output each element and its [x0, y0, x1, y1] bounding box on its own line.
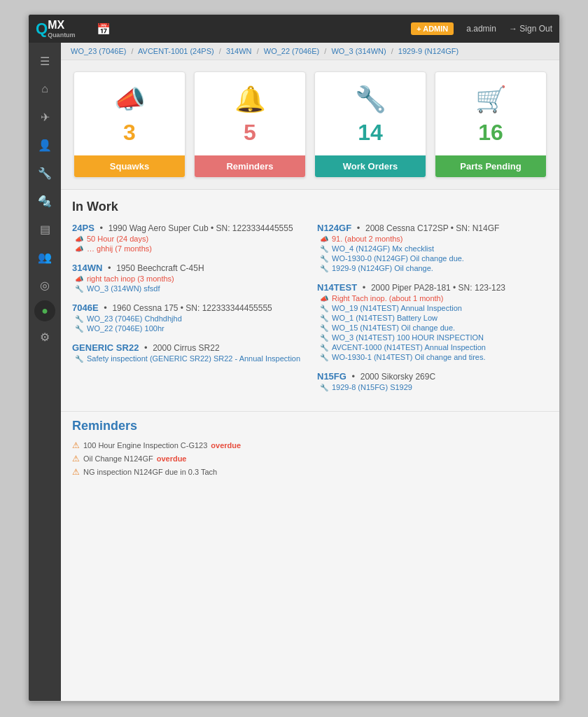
sidebar-item-config[interactable]: ⚙: [32, 324, 57, 349]
reminder-text: NG inspection N124GF due in 0.3 Tach: [83, 468, 217, 476]
breadcrumb-item-6[interactable]: 1929-9 (N124GF): [398, 47, 458, 55]
sign-out-button[interactable]: → Sign Out: [509, 24, 552, 34]
work-item-text: WO_4 (N124GF) Mx checklist: [332, 244, 434, 253]
wrench-icon: 🔧: [320, 354, 328, 361]
work-item[interactable]: 📣 50 Hour (24 days): [75, 235, 303, 243]
wrench-icon: 🔧: [320, 255, 328, 263]
aircraft-n124gf-name[interactable]: N124GF • 2008 Cessna C172SP • SN: N14GF: [317, 223, 548, 233]
warning-icon: ⚠: [72, 467, 80, 477]
aircraft-n15fg-desc: 2000 Sikorsky 269C: [360, 372, 435, 382]
work-item[interactable]: 🔧 WO_1 (N14TEST) Battery Low: [320, 314, 548, 322]
sidebar-item-home[interactable]: ⌂: [32, 76, 57, 102]
aircraft-n14test-name[interactable]: N14TEST • 2000 Piper PA28-181 • SN: 123-…: [317, 282, 548, 293]
wrench-icon: 🔧: [320, 314, 328, 322]
reminder-item[interactable]: ⚠ 100 Hour Engine Inspection C-G123 over…: [72, 440, 548, 450]
top-navigation: Q MX Quantum 📅 + ADMIN a.admin → Sign Ou…: [29, 15, 559, 43]
admin-badge[interactable]: + ADMIN: [411, 22, 454, 35]
aircraft-n14test-desc: 2000 Piper PA28-181 • SN: 123-123: [371, 283, 505, 293]
breadcrumb-sep: /: [132, 47, 134, 55]
calendar-icon[interactable]: 📅: [97, 22, 111, 36]
sidebar-item-menu[interactable]: ☰: [32, 48, 57, 74]
squawks-card[interactable]: 📣 3 Squawks: [74, 71, 186, 178]
wrench-icon: 🔧: [320, 245, 328, 253]
work-item[interactable]: 🔧 WO_23 (7046E) Chdhdhjhd: [75, 314, 303, 323]
reminder-item[interactable]: ⚠ Oil Change N124GF overdue: [72, 454, 548, 464]
work-item[interactable]: 🔧 WO_15 (N14TEST) Oil change due.: [320, 323, 548, 332]
breadcrumb-item-2[interactable]: AVCENT-1001 (24PS): [138, 47, 214, 55]
aircraft-7046e: 7046E • 1960 Cessna 175 • SN: 1223333444…: [72, 302, 303, 333]
aircraft-7046e-name[interactable]: 7046E • 1960 Cessna 175 • SN: 1223333444…: [72, 302, 303, 313]
warning-icon: ⚠: [72, 440, 80, 450]
sidebar-item-crew[interactable]: 👥: [32, 244, 57, 270]
work-item[interactable]: 📣 … ghhij (7 months): [75, 244, 303, 253]
breadcrumb-item-3[interactable]: 314WN: [226, 47, 252, 55]
sidebar-item-tools[interactable]: 🔧: [32, 160, 57, 186]
aircraft-314wn: 314WN • 1950 Beechcraft C-45H 📣 right ta…: [72, 263, 303, 293]
work-item[interactable]: 🔧 WO-1930-0 (N124GF) Oil change due.: [320, 254, 548, 263]
reminders-icon: 🔔: [202, 85, 298, 114]
parts-card[interactable]: 🛒 16 Parts Pending: [435, 71, 547, 178]
sidebar-item-qmx[interactable]: ●: [34, 300, 55, 321]
wrench-icon: 🔧: [75, 325, 83, 333]
left-aircraft-column: 24PS • 1990 Wag Aero Super Cub • SN: 122…: [72, 223, 303, 401]
breadcrumb-sep: /: [391, 47, 393, 55]
reminders-label: Reminders: [195, 155, 305, 177]
work-item-text: Safety inspectiont (GENERIC SR22) SR22 -…: [87, 354, 300, 363]
logo-quantum: Quantum: [48, 32, 76, 39]
sidebar-item-aircraft[interactable]: ✈: [32, 104, 57, 130]
warning-icon: ⚠: [72, 454, 80, 464]
aircraft-24ps-name[interactable]: 24PS • 1990 Wag Aero Super Cub • SN: 122…: [72, 223, 303, 233]
work-item[interactable]: 🔧 1929-8 (N15FG) S1929: [320, 383, 548, 391]
breadcrumb-item-1[interactable]: WO_23 (7046E): [71, 47, 126, 55]
work-item[interactable]: 📣 91. (about 2 months): [320, 235, 548, 243]
work-item-text: WO_3 (N14TEST) 100 HOUR INSPECTION: [332, 333, 484, 342]
workorders-card-body: 🔧 14: [315, 72, 426, 155]
wrench-icon: 🔧: [75, 315, 83, 323]
wrench-icon: 🔧: [320, 265, 328, 272]
work-item[interactable]: 🔧 1929-9 (N124GF) Oil change.: [320, 264, 548, 272]
work-item-text: AVCENT-1000 (N14TEST) Annual Inspection: [332, 343, 486, 351]
squawk-icon: 📣: [320, 295, 328, 302]
work-item-text: 1929-9 (N124GF) Oil change.: [332, 264, 433, 272]
breadcrumb-item-4[interactable]: WO_22 (7046E): [264, 47, 319, 55]
breadcrumb-item-5[interactable]: WO_3 (314WN): [331, 47, 386, 55]
work-item-text: Right Tach inop. (about 1 month): [332, 294, 443, 302]
work-item[interactable]: 🔧 WO_19 (N14TEST) Annual Inspection: [320, 304, 548, 312]
work-item-text: WO_22 (7046E) 100hr: [87, 324, 164, 333]
wrench-icon: 🔧: [320, 384, 328, 391]
squawks-count: 3: [81, 120, 178, 146]
workorders-card[interactable]: 🔧 14 Work Orders: [314, 71, 426, 178]
sidebar-item-user[interactable]: 👤: [32, 132, 57, 158]
work-item-text: WO_19 (N14TEST) Annual Inspection: [332, 304, 462, 312]
breadcrumb-sep: /: [219, 47, 221, 55]
work-item[interactable]: 🔧 WO-1930-1 (N14TEST) Oil change and tir…: [320, 353, 548, 361]
reminder-item[interactable]: ⚠ NG inspection N124GF due in 0.3 Tach: [72, 467, 548, 477]
reminder-text: 100 Hour Engine Inspection C-G123: [83, 441, 207, 450]
work-item-text: WO_1 (N14TEST) Battery Low: [332, 314, 438, 322]
work-item[interactable]: 🔧 WO_3 (314WN) sfsdf: [75, 284, 303, 293]
aircraft-n15fg: N15FG • 2000 Sikorsky 269C 🔧 1929-8 (N15…: [317, 371, 548, 391]
work-item[interactable]: 🔧 AVCENT-1000 (N14TEST) Annual Inspectio…: [320, 343, 548, 351]
sidebar-item-maintenance[interactable]: 🔩: [32, 188, 57, 214]
work-item[interactable]: 🔧 WO_3 (N14TEST) 100 HOUR INSPECTION: [320, 333, 548, 342]
reminders-card-body: 🔔 5: [195, 72, 305, 155]
work-item[interactable]: 📣 right tach inop (3 months): [75, 274, 303, 283]
aircraft-24ps: 24PS • 1990 Wag Aero Super Cub • SN: 122…: [72, 223, 303, 253]
wrench-icon: 🔧: [75, 355, 83, 363]
work-item-text: WO_23 (7046E) Chdhdhjhd: [87, 314, 182, 323]
work-item[interactable]: 🔧 WO_22 (7046E) 100hr: [75, 324, 303, 333]
aircraft-n15fg-name[interactable]: N15FG • 2000 Sikorsky 269C: [317, 371, 548, 382]
main-content: WO_23 (7046E) / AVCENT-1001 (24PS) / 314…: [61, 43, 559, 701]
aircraft-314wn-name[interactable]: 314WN • 1950 Beechcraft C-45H: [72, 263, 303, 273]
aircraft-n14test: N14TEST • 2000 Piper PA28-181 • SN: 123-…: [317, 282, 548, 361]
work-item[interactable]: 🔧 WO_4 (N124GF) Mx checklist: [320, 244, 548, 253]
aircraft-generic-sr22-name[interactable]: GENERIC SR22 • 2000 Cirrus SR22: [72, 342, 303, 353]
work-item[interactable]: 🔧 Safety inspectiont (GENERIC SR22) SR22…: [75, 354, 303, 363]
parts-icon: 🛒: [442, 85, 539, 114]
overdue-badge: overdue: [157, 454, 187, 463]
work-item-text: WO_3 (314WN) sfsdf: [87, 284, 160, 293]
reminders-card[interactable]: 🔔 5 Reminders: [194, 71, 306, 178]
work-item[interactable]: 📣 Right Tach inop. (about 1 month): [320, 294, 548, 302]
sidebar-item-reports[interactable]: ▤: [32, 216, 57, 242]
sidebar-item-settings[interactable]: ◎: [32, 272, 57, 298]
